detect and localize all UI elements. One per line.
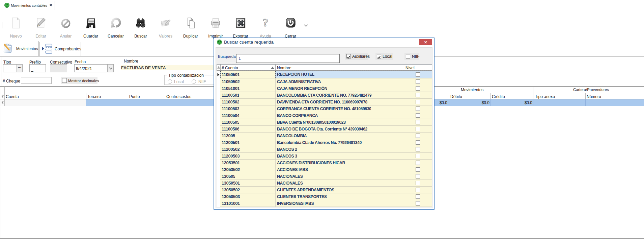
svg-text:?: ? <box>263 17 269 29</box>
